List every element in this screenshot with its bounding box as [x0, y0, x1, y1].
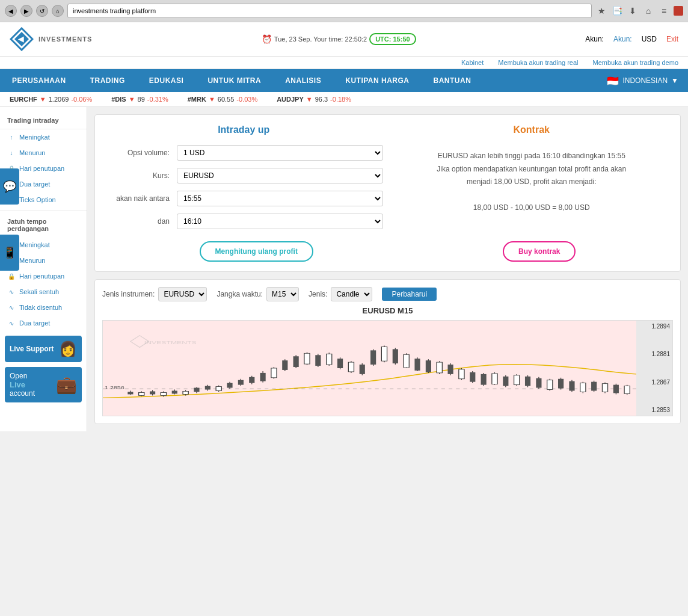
nav-bantuan[interactable]: BANTUAN — [422, 69, 484, 92]
star-icon[interactable]: ★ — [595, 5, 607, 17]
sidebar-item-tidak-disentuh[interactable]: ∿ Tidak disentuh — [0, 300, 87, 315]
sidebar-item-meningkat1[interactable]: ↑ Meningkat — [0, 129, 87, 145]
instrument-group: Jenis instrumen: EURUSD — [102, 287, 207, 301]
timeframe-label: Jangka waktu: — [217, 290, 263, 298]
svg-rect-66 — [437, 362, 442, 373]
account-text: account — [10, 389, 54, 398]
nav-perusahaan[interactable]: PERUSAHAAN — [0, 69, 78, 92]
wave-icon3: ∿ — [7, 303, 16, 312]
form-row-dan: dan 16:10 16:15 — [105, 214, 383, 229]
svg-rect-16 — [161, 392, 166, 395]
svg-rect-40 — [293, 356, 299, 367]
open-real-link[interactable]: Membuka akun trading real — [498, 59, 578, 66]
svg-rect-60 — [404, 354, 409, 368]
forward-button[interactable]: ▶ — [20, 5, 32, 17]
instrument-label: Jenis instrumen: — [102, 290, 155, 298]
ticker-audjpy: AUDJPY ▼ 96.3 -0.18% — [277, 96, 351, 103]
ticker-value: 96.3 — [315, 96, 328, 103]
back-button[interactable]: ◀ — [5, 5, 17, 17]
home-icon[interactable]: ⌂ — [642, 5, 654, 17]
account-label1: Akun: — [585, 35, 604, 43]
kurs-select[interactable]: EURUSD GBPUSD — [177, 168, 383, 183]
arrow-down-icon: ↓ — [7, 149, 16, 157]
browser-chrome: ◀ ▶ ↺ ⌂ ★ 📑 ⬇ ⌂ ≡ — [0, 0, 688, 22]
contract-text4: 18,00 USD - 10,00 USD = 8,00 USD — [398, 202, 666, 215]
kabinet-link[interactable]: Kabinet — [461, 59, 484, 66]
home-button[interactable]: ⌂ — [52, 5, 64, 17]
form-row-volume: Opsi volume: 1 USD 2 USD 5 USD — [105, 145, 383, 161]
open-account-widget[interactable]: Open Live account 💼 — [5, 367, 82, 402]
open-account-text: Open Live account — [10, 372, 54, 398]
svg-rect-98 — [613, 385, 619, 393]
contract-text3: menjadi 18,00 USD, profit akan menjadi: — [398, 176, 666, 189]
flag-icon: 🇮🇩 — [607, 75, 619, 87]
type-label: Jenis: — [309, 290, 327, 298]
address-bar[interactable] — [67, 4, 592, 18]
nav-trading[interactable]: TRADING — [78, 69, 137, 92]
sidebar-label: Meningkat — [19, 241, 50, 248]
nav-edukasi[interactable]: EDUKASI — [137, 69, 196, 92]
ticker-change: -0.03% — [236, 96, 257, 103]
y-value-1: 1.2894 — [639, 323, 670, 330]
sidebar-item-menurun1[interactable]: ↓ Menurun — [0, 145, 87, 161]
live-support-widget[interactable]: Live Support 👩 — [5, 336, 82, 362]
live-support-title: Live Support — [10, 345, 57, 353]
y-value-2: 1.2881 — [639, 351, 670, 357]
download-icon[interactable]: ⬇ — [627, 5, 639, 17]
ticker-dis: #DIS ▼ 89 -0.31% — [111, 96, 168, 103]
ticker-symbol: #DIS — [111, 96, 126, 103]
svg-rect-78 — [503, 377, 508, 386]
svg-rect-68 — [447, 365, 453, 374]
live-text: Live — [10, 380, 54, 389]
sidebar-divider — [0, 210, 87, 211]
instrument-select[interactable]: EURUSD — [158, 287, 207, 301]
svg-rect-82 — [525, 377, 530, 386]
svg-rect-76 — [492, 374, 497, 384]
top-header: ◀ INVESTMENTS ⏰ Tue, 23 Sep. Your time: … — [0, 22, 688, 57]
svg-text:INVESTMENTS: INVESTMENTS — [144, 340, 197, 345]
live-chat-button[interactable]: 💬 — [0, 168, 19, 205]
ticker-symbol: AUDJPY — [277, 96, 304, 103]
trading-panel: Intraday up Opsi volume: 1 USD 2 USD 5 U… — [94, 114, 681, 272]
logo-area: ◀ INVESTMENTS — [10, 27, 92, 51]
right-content: Intraday up Opsi volume: 1 USD 2 USD 5 U… — [87, 107, 688, 431]
svg-rect-70 — [459, 369, 464, 379]
svg-rect-64 — [426, 360, 431, 372]
buy-button[interactable]: Buy kontrak — [503, 241, 576, 262]
naik-select[interactable]: 15:55 16:00 — [177, 191, 383, 206]
volume-select[interactable]: 1 USD 2 USD 5 USD — [177, 145, 383, 161]
menu-icon[interactable]: ≡ — [658, 5, 670, 17]
bookmark-icon[interactable]: 📑 — [611, 5, 623, 17]
svg-rect-48 — [337, 359, 343, 368]
nav-language[interactable]: 🇮🇩 INDONESIAN ▼ — [597, 70, 688, 91]
exit-link[interactable]: Exit — [666, 35, 678, 43]
timeframe-group: Jangka waktu: M15 M5 H1 — [217, 287, 299, 301]
sidebar-label: Sekali sentuh — [19, 288, 59, 295]
sidebar-item-sekali-sentuh[interactable]: ∿ Sekali sentuh — [0, 284, 87, 300]
svg-rect-14 — [150, 392, 155, 395]
refresh-button[interactable]: Perbaharui — [382, 288, 437, 301]
svg-rect-36 — [271, 368, 277, 378]
dan-select[interactable]: 16:10 16:15 — [177, 214, 383, 229]
svg-rect-86 — [547, 380, 553, 390]
contract-panel: Kontrak EURUSD akan lebih tinggi pada 16… — [393, 125, 671, 236]
svg-rect-30 — [238, 380, 244, 385]
reload-button[interactable]: ↺ — [36, 5, 48, 17]
arrow-up-icon: ↑ — [7, 133, 16, 141]
time-text: Tue, 23 Sep. Your time: 22:50:2 — [274, 35, 367, 43]
nav-mitra[interactable]: UNTUK MITRA — [195, 69, 273, 92]
account-link1[interactable]: Akun: — [613, 35, 632, 43]
svg-text:1.2856: 1.2856 — [105, 385, 124, 390]
sidebar-item-dua-target2[interactable]: ∿ Dua target — [0, 315, 87, 331]
svg-rect-18 — [172, 391, 177, 394]
open-demo-link[interactable]: Membuka akun trading demo — [593, 59, 678, 66]
nav-kutipan[interactable]: KUTIPAN HARGA — [333, 69, 421, 92]
svg-rect-56 — [381, 346, 387, 361]
nav-analisis[interactable]: ANALISIS — [273, 69, 333, 92]
ticker-change: -0.06% — [71, 96, 92, 103]
flag-icon — [674, 6, 683, 16]
timeframe-select[interactable]: M15 M5 H1 — [266, 287, 299, 301]
phone-button[interactable]: 📱 — [0, 235, 19, 271]
recalculate-button[interactable]: Menghitung ulang profit — [200, 241, 313, 262]
type-select[interactable]: Candle Line — [331, 287, 372, 301]
